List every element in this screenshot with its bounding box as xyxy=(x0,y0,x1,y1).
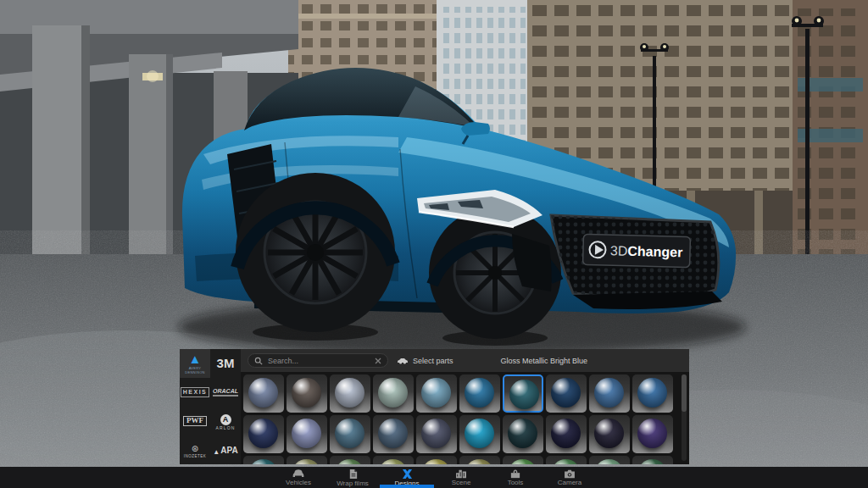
swatch[interactable] xyxy=(459,456,500,464)
swatch[interactable] xyxy=(416,374,457,413)
brand-label: INOZETEK xyxy=(184,455,207,459)
material-sphere xyxy=(465,378,494,408)
tab-camera[interactable]: Camera xyxy=(542,467,597,488)
rear-wheel xyxy=(236,173,395,332)
material-sphere xyxy=(248,419,278,448)
tab-vehicles[interactable]: Vehicles xyxy=(271,467,326,488)
material-sphere xyxy=(508,459,537,464)
tab-scene[interactable]: Scene xyxy=(434,467,488,488)
tab-label: Vehicles xyxy=(286,480,311,486)
brand-label: ORACAL xyxy=(213,388,238,397)
designs-icon xyxy=(402,469,413,480)
avery-logo-icon xyxy=(189,352,202,366)
swatch[interactable] xyxy=(373,415,414,453)
tab-designs[interactable]: Designs xyxy=(380,467,434,488)
material-sphere xyxy=(465,459,494,464)
material-sphere xyxy=(248,459,278,464)
app-window: 3DChanger AVERY DENNISON3MHEXISORACALPWF… xyxy=(0,0,868,488)
inozetek-logo-icon xyxy=(192,441,198,454)
swatch[interactable] xyxy=(503,415,543,453)
panel-header: Search... Select parts Gloss Metallic Br… xyxy=(241,349,689,372)
material-sphere xyxy=(551,459,581,464)
material-sphere xyxy=(421,419,451,448)
brand-label: PWF xyxy=(183,416,207,426)
car-parts-icon xyxy=(397,357,409,364)
swatch[interactable] xyxy=(546,415,587,453)
materials-panel: AVERY DENNISON3MHEXISORACALPWFARLONINOZE… xyxy=(180,349,689,464)
tools-icon xyxy=(509,469,521,479)
swatch[interactable] xyxy=(589,456,630,464)
selected-material-title: Gloss Metallic Bright Blue xyxy=(500,357,587,365)
material-sphere xyxy=(465,419,494,448)
camera-icon xyxy=(564,469,576,479)
swatch[interactable] xyxy=(330,456,370,464)
tab-wrap-films[interactable]: Wrap films xyxy=(326,467,380,488)
tab-label: Tools xyxy=(508,480,524,486)
material-sphere xyxy=(551,419,581,448)
swatch-selected[interactable] xyxy=(503,374,543,413)
brand-item-3m[interactable]: 3M xyxy=(210,349,241,378)
swatch[interactable] xyxy=(373,456,414,464)
swatch[interactable] xyxy=(373,374,414,413)
material-sphere xyxy=(292,419,321,448)
select-parts-button[interactable]: Select parts xyxy=(397,357,453,365)
brand-item-inozetek[interactable]: INOZETEK xyxy=(180,435,210,464)
material-sphere xyxy=(637,459,667,464)
scrollbar-thumb[interactable] xyxy=(682,374,687,412)
panel-main: Search... Select parts Gloss Metallic Br… xyxy=(241,349,689,464)
swatch-area xyxy=(241,372,689,464)
material-sphere xyxy=(292,378,321,408)
swatch-scrollbar[interactable] xyxy=(682,374,687,461)
swatch[interactable] xyxy=(416,456,457,464)
active-tab-underline xyxy=(380,485,434,488)
swatch[interactable] xyxy=(459,374,500,413)
swatch[interactable] xyxy=(243,374,284,413)
material-sphere xyxy=(335,378,364,408)
swatch[interactable] xyxy=(589,374,630,413)
brand-label: AVERY DENNISON xyxy=(180,367,210,374)
brand-item-pwf[interactable]: PWF xyxy=(180,407,210,435)
material-sphere xyxy=(508,419,537,448)
brand-item-arlon[interactable]: ARLON xyxy=(210,407,241,435)
brand-label: HEXIS xyxy=(181,387,210,397)
swatch[interactable] xyxy=(632,456,673,464)
swatch[interactable] xyxy=(589,415,630,453)
swatch[interactable] xyxy=(243,456,284,464)
swatch-row xyxy=(243,456,681,464)
tab-label: Scene xyxy=(452,480,471,486)
tab-label: Camera xyxy=(558,480,581,486)
material-sphere xyxy=(594,378,624,408)
scene-icon xyxy=(455,469,467,479)
swatch[interactable] xyxy=(243,415,284,453)
apa-logo-icon xyxy=(213,443,220,457)
swatch[interactable] xyxy=(546,456,587,464)
brand-label: APA xyxy=(220,446,237,455)
swatch[interactable] xyxy=(287,415,327,453)
brand-item-apa[interactable]: APA xyxy=(210,435,241,464)
brand-item-hexis[interactable]: HEXIS xyxy=(180,378,210,407)
swatch[interactable] xyxy=(287,374,327,413)
swatch[interactable] xyxy=(632,415,673,453)
swatch[interactable] xyxy=(416,415,457,453)
vehicles-icon xyxy=(292,469,305,479)
search-input[interactable]: Search... xyxy=(248,353,388,368)
search-icon xyxy=(254,357,263,365)
swatch[interactable] xyxy=(632,374,673,413)
brand-item-avery[interactable]: AVERY DENNISON xyxy=(180,349,210,378)
brand-item-oracal[interactable]: ORACAL xyxy=(210,378,241,407)
swatch[interactable] xyxy=(546,374,587,413)
swatch[interactable] xyxy=(459,415,500,453)
swatch[interactable] xyxy=(330,415,370,453)
watermark-text: 3DChanger xyxy=(610,243,683,259)
swatch[interactable] xyxy=(503,456,543,464)
swatch[interactable] xyxy=(330,374,370,413)
material-sphere xyxy=(637,419,667,448)
wrap-films-icon xyxy=(348,469,359,480)
swatch[interactable] xyxy=(287,456,327,464)
select-parts-label: Select parts xyxy=(413,357,453,365)
swatch-row xyxy=(243,415,681,453)
tab-tools[interactable]: Tools xyxy=(488,467,542,488)
brand-grid: AVERY DENNISON3MHEXISORACALPWFARLONINOZE… xyxy=(180,349,241,464)
clear-search-icon[interactable] xyxy=(375,358,381,364)
brand-label: ARLON xyxy=(215,426,235,431)
